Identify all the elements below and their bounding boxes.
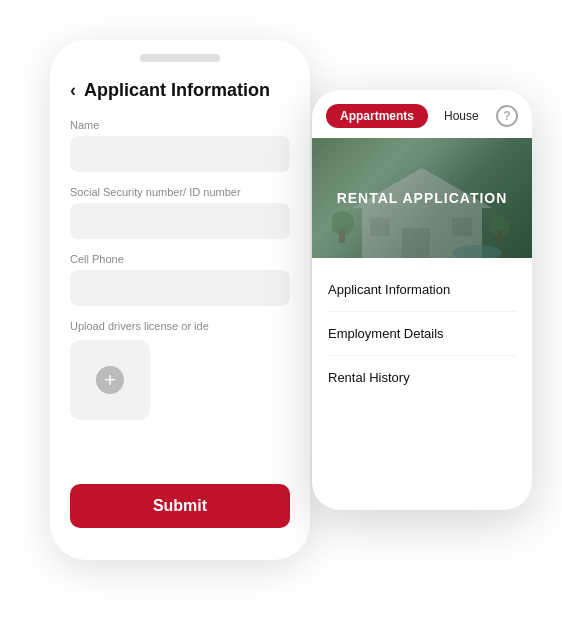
submit-button[interactable]: Submit	[70, 484, 290, 528]
phone-back: ‹ Applicant Information Name Social Secu…	[50, 40, 310, 560]
upload-label: Upload drivers license or ide	[70, 320, 290, 332]
upload-section: Upload drivers license or ide +	[70, 320, 290, 420]
tab-house[interactable]: House	[434, 104, 489, 128]
menu-list: Applicant Information Employment Details…	[312, 258, 532, 409]
cell-field-group: Cell Phone	[70, 253, 290, 306]
add-photo-icon: +	[96, 366, 124, 394]
back-arrow-icon[interactable]: ‹	[70, 80, 76, 101]
cell-input[interactable]	[70, 270, 290, 306]
ssn-label: Social Security number/ ID number	[70, 186, 290, 198]
name-label: Name	[70, 119, 290, 131]
property-overlay: RENTAL APPLICATION	[312, 138, 532, 258]
help-icon[interactable]: ?	[496, 105, 518, 127]
menu-item-employment[interactable]: Employment Details	[328, 312, 516, 356]
back-header: ‹ Applicant Information	[70, 80, 290, 101]
name-field-group: Name	[70, 119, 290, 172]
cell-label: Cell Phone	[70, 253, 290, 265]
phone-back-content: ‹ Applicant Information Name Social Secu…	[50, 62, 310, 420]
phone-notch	[140, 54, 220, 62]
tab-apartments[interactable]: Appartments	[326, 104, 428, 128]
menu-item-rental-history[interactable]: Rental History	[328, 356, 516, 399]
menu-item-applicant[interactable]: Applicant Information	[328, 268, 516, 312]
ssn-input[interactable]	[70, 203, 290, 239]
phone-front: Appartments House ?	[312, 90, 532, 510]
scene: ‹ Applicant Information Name Social Secu…	[0, 0, 562, 635]
property-image: RENTAL APPLICATION	[312, 138, 532, 258]
page-title: Applicant Information	[84, 80, 270, 101]
name-input[interactable]	[70, 136, 290, 172]
property-title: RENTAL APPLICATION	[337, 190, 508, 206]
upload-box[interactable]: +	[70, 340, 150, 420]
tabs-row: Appartments House ?	[312, 90, 532, 138]
ssn-field-group: Social Security number/ ID number	[70, 186, 290, 239]
